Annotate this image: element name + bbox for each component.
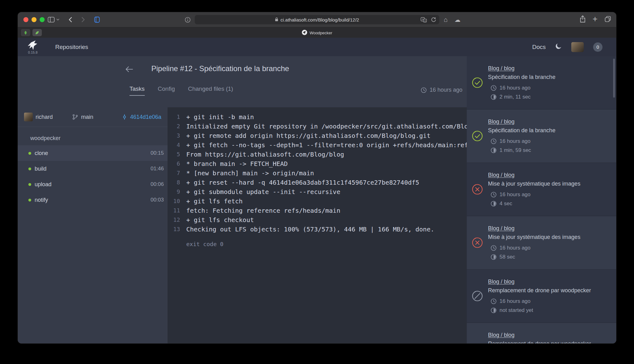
pinned-tab-1[interactable] xyxy=(21,29,30,36)
zoom-window-button[interactable] xyxy=(40,17,45,22)
log-line-number: 3 xyxy=(168,131,180,140)
cloud-tabs-icon[interactable]: ☁ xyxy=(455,16,461,23)
reload-icon[interactable] xyxy=(431,17,436,23)
build-feed: Blog / blog Spécification de la branche … xyxy=(467,56,616,343)
step-row[interactable]: notify 00:03 xyxy=(18,192,168,208)
build-card[interactable]: Blog / blog Spécification de la branche … xyxy=(467,109,616,163)
active-browser-tab[interactable]: Woodpecker xyxy=(18,27,616,38)
woodpecker-logo[interactable]: 0.15.8 xyxy=(27,40,38,54)
step-duration: 00:15 xyxy=(150,150,164,156)
share-icon[interactable] xyxy=(580,15,586,24)
build-time: 16 hours ago xyxy=(500,245,530,251)
log-line-number: 8 xyxy=(168,178,180,187)
step-row[interactable]: build 01:46 xyxy=(18,161,168,177)
commit-branch: main xyxy=(72,114,93,120)
build-message: Spécification de la branche xyxy=(488,127,555,134)
dark-mode-toggle[interactable] xyxy=(555,43,562,51)
build-message: Mise à jour systématique des images xyxy=(488,181,580,187)
moon-icon xyxy=(555,43,562,50)
sidebar-scrollbar[interactable] xyxy=(613,59,615,98)
page-title: Pipeline #12 - Spécification de la branc… xyxy=(151,64,289,73)
build-repo-link[interactable]: Blog / blog xyxy=(488,332,515,338)
build-message: Spécification de la branche xyxy=(488,74,555,80)
log-line-text: * branch main -> FETCH_HEAD xyxy=(186,159,288,168)
build-message: Mise à jour systématique des images xyxy=(488,234,580,240)
log-line-number: 2 xyxy=(168,122,180,131)
build-info: Blog / blog Spécification de la branche … xyxy=(488,119,555,153)
tab-overview-icon[interactable] xyxy=(604,16,611,24)
log-line: 8 + git reset --hard -q 4614d1e06a3dabf3… xyxy=(168,178,467,187)
step-duration: 00:03 xyxy=(150,197,164,203)
build-repo-link[interactable]: Blog / blog xyxy=(488,279,515,285)
build-repo-link[interactable]: Blog / blog xyxy=(488,65,515,71)
check-circle-icon xyxy=(472,130,483,142)
new-tab-button[interactable]: + xyxy=(593,15,597,23)
tab-tasks[interactable]: Tasks xyxy=(129,85,145,96)
log-line: 12 + git lfs checkout xyxy=(168,215,467,225)
step-name: clone xyxy=(35,150,48,157)
x-circle-icon xyxy=(472,237,483,248)
duration-icon xyxy=(490,147,497,153)
step-row[interactable]: upload 00:06 xyxy=(18,177,168,192)
tab-config[interactable]: Config xyxy=(158,85,175,96)
address-bar[interactable]: ci.athaliasoft.com/Blog/blog/build/12/2 … xyxy=(195,15,439,24)
translate-icon[interactable]: Aa xyxy=(421,17,427,23)
step-status-dot-icon xyxy=(28,183,31,186)
user-avatar[interactable] xyxy=(571,42,584,52)
commit-hash: 4614d1e06a xyxy=(130,114,161,120)
build-card[interactable]: Blog / blog Mise à jour systématique des… xyxy=(467,163,616,216)
pipeline-header: Pipeline #12 - Spécification de la branc… xyxy=(18,56,467,107)
exit-code: exit code 0 xyxy=(186,241,467,247)
chevron-down-icon[interactable] xyxy=(56,19,59,21)
build-time: 16 hours ago xyxy=(500,298,530,304)
back-arrow-button[interactable] xyxy=(125,66,133,74)
log-line: 6 * branch main -> FETCH_HEAD xyxy=(168,159,467,168)
sidebar-toggle-icon[interactable] xyxy=(48,17,55,22)
tab-changed-files[interactable]: Changed files (1) xyxy=(188,85,233,96)
log-line-text: Checking out LFS objects: 100% (573/573)… xyxy=(186,225,434,234)
home-icon[interactable]: ⌂ xyxy=(444,16,448,23)
log-line-text: + git remote add origin https://git.atha… xyxy=(186,131,431,140)
minimize-window-button[interactable] xyxy=(32,17,37,22)
nav-repositories-link[interactable]: Repositories xyxy=(55,44,88,51)
build-repo-link[interactable]: Blog / blog xyxy=(488,119,515,125)
build-card[interactable]: Blog / blog Remplacement de drone par wo… xyxy=(467,323,616,343)
log-line-number: 6 xyxy=(168,159,180,168)
nav-docs-link[interactable]: Docs xyxy=(532,44,546,51)
build-time: 16 hours ago xyxy=(500,85,530,91)
build-card[interactable]: Blog / blog Spécification de la branche … xyxy=(467,56,616,109)
build-status-icon xyxy=(471,130,484,142)
forward-button[interactable] xyxy=(81,17,85,22)
browser-toolbar: ci.athaliasoft.com/Blog/blog/build/12/2 … xyxy=(18,12,616,27)
clock-icon xyxy=(490,85,497,91)
log-line: 2 Initialized empty Git repository in /w… xyxy=(168,122,467,131)
log-line-text: + git submodule update --init --recursiv… xyxy=(186,187,340,197)
padlock-icon xyxy=(275,17,278,22)
build-info: Blog / blog Remplacement de drone par wo… xyxy=(488,279,591,313)
traffic-lights xyxy=(23,17,45,22)
build-repo-link[interactable]: Blog / blog xyxy=(488,172,515,178)
build-card[interactable]: Blog / blog Mise à jour systématique des… xyxy=(467,216,616,269)
extension-icon[interactable] xyxy=(94,17,100,23)
log-line-number: 11 xyxy=(168,206,180,215)
build-status-icon xyxy=(471,290,484,302)
clock-icon xyxy=(490,138,497,144)
close-window-button[interactable] xyxy=(23,17,28,22)
commit-meta-row: richard main 4614d1e06a xyxy=(18,107,168,127)
step-status-dot-icon xyxy=(28,167,31,170)
step-row[interactable]: clone 00:15 xyxy=(18,145,168,161)
commit-link[interactable]: 4614d1e06a xyxy=(122,114,161,120)
build-repo-link[interactable]: Blog / blog xyxy=(488,225,515,231)
build-card[interactable]: Blog / blog Remplacement de drone par wo… xyxy=(467,269,616,323)
clock-icon xyxy=(490,245,497,251)
log-line: 9 + git submodule update --init --recurs… xyxy=(168,187,467,197)
steps-panel: richard main 4614d1e06a woodpecker xyxy=(18,107,168,343)
plant-favicon-icon xyxy=(23,31,28,35)
pinned-tab-2[interactable] xyxy=(32,29,42,36)
build-info: Blog / blog Mise à jour systématique des… xyxy=(488,225,580,260)
woodpecker-app: 0.15.8 Repositories Docs 0 Pipeline #12 … xyxy=(18,38,616,343)
page-info-icon[interactable] xyxy=(185,17,191,24)
notification-badge[interactable]: 0 xyxy=(593,42,602,52)
log-line: 1 + git init -b main xyxy=(168,112,467,122)
back-button[interactable] xyxy=(69,17,72,22)
